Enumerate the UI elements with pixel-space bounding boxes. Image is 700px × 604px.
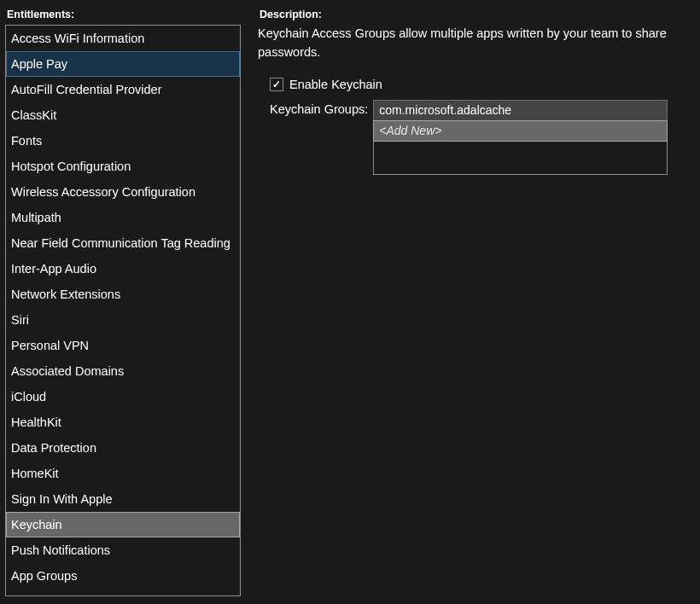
entitlement-inter-app-audio[interactable]: Inter-App Audio — [6, 256, 240, 282]
entitlements-list: Access WiFi Information Apple Pay AutoFi… — [5, 25, 241, 596]
enable-keychain-checkbox[interactable]: ✓ — [270, 78, 283, 91]
description-text: Keychain Access Groups allow multiple ap… — [258, 25, 686, 62]
enable-keychain-row: ✓ Enable Keychain — [270, 78, 686, 91]
entitlements-header: Entitlements: — [5, 9, 241, 20]
entitlement-siri[interactable]: Siri — [6, 307, 240, 333]
entitlement-access-wifi-information[interactable]: Access WiFi Information — [6, 26, 240, 51]
entitlement-near-field-communication-tag-reading[interactable]: Near Field Communication Tag Reading — [6, 230, 240, 256]
entitlement-keychain[interactable]: Keychain — [6, 512, 240, 537]
entitlement-icloud[interactable]: iCloud — [6, 384, 240, 409]
enable-keychain-label: Enable Keychain — [289, 78, 382, 91]
keychain-groups-row: Keychain Groups: com.microsoft.adalcache… — [270, 100, 686, 175]
check-icon: ✓ — [272, 79, 281, 90]
description-panel: Description: Keychain Access Groups allo… — [258, 9, 695, 595]
keychain-groups-label: Keychain Groups: — [270, 100, 368, 116]
description-header: Description: — [258, 9, 686, 20]
entitlement-wireless-accessory-configuration[interactable]: Wireless Accessory Configuration — [6, 179, 240, 205]
keychain-group-add-new[interactable]: <Add New> — [373, 120, 668, 142]
entitlement-sign-in-with-apple[interactable]: Sign In With Apple — [6, 486, 240, 512]
entitlement-healthkit[interactable]: HealthKit — [6, 409, 240, 435]
entitlement-fonts[interactable]: Fonts — [6, 128, 240, 154]
entitlement-multipath[interactable]: Multipath — [6, 205, 240, 230]
entitlement-data-protection[interactable]: Data Protection — [6, 435, 240, 461]
entitlement-app-groups[interactable]: App Groups — [6, 563, 240, 589]
keychain-groups-list[interactable]: com.microsoft.adalcache <Add New> — [373, 100, 668, 175]
entitlement-homekit[interactable]: HomeKit — [6, 461, 240, 486]
entitlement-network-extensions[interactable]: Network Extensions — [6, 282, 240, 307]
entitlement-apple-pay[interactable]: Apple Pay — [6, 51, 240, 77]
entitlement-associated-domains[interactable]: Associated Domains — [6, 358, 240, 384]
entitlement-classkit[interactable]: ClassKit — [6, 102, 240, 128]
entitlement-hotspot-configuration[interactable]: Hotspot Configuration — [6, 154, 240, 179]
entitlement-push-notifications[interactable]: Push Notifications — [6, 537, 240, 563]
entitlement-autofill-credential-provider[interactable]: AutoFill Credential Provider — [6, 77, 240, 102]
keychain-group-item[interactable]: com.microsoft.adalcache — [373, 100, 668, 121]
entitlements-panel: Entitlements: Access WiFi Information Ap… — [5, 9, 241, 595]
entitlement-personal-vpn[interactable]: Personal VPN — [6, 333, 240, 358]
